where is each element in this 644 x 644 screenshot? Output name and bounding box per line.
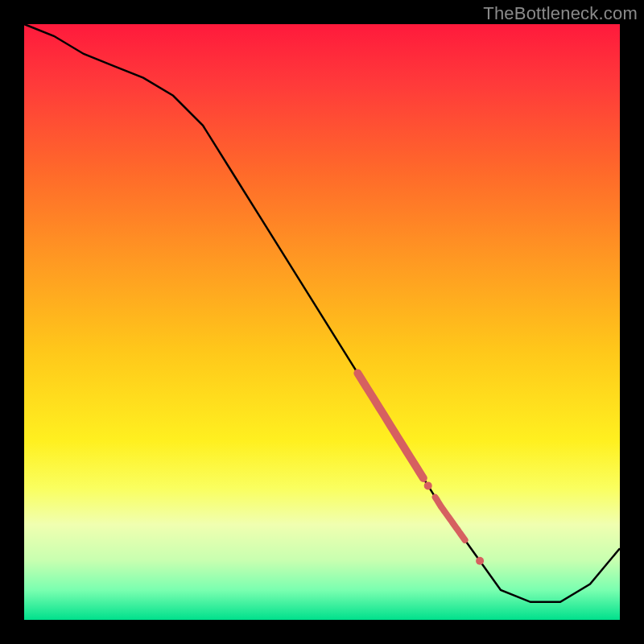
watermark-text: TheBottleneck.com: [483, 3, 638, 24]
plot-area: [24, 24, 620, 620]
highlight-dot: [424, 481, 432, 489]
bottleneck-curve: [24, 24, 620, 602]
highlight-markers: [357, 374, 484, 565]
highlight-segment: [357, 374, 423, 478]
chart-svg: [24, 24, 620, 620]
chart-frame: TheBottleneck.com: [0, 0, 644, 644]
highlight-dot: [476, 557, 484, 565]
curve-path: [24, 24, 620, 602]
highlight-segment: [436, 497, 465, 540]
